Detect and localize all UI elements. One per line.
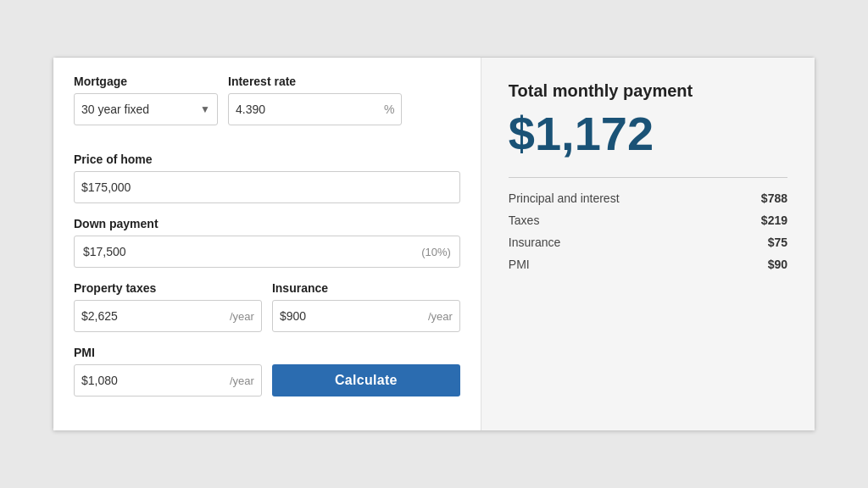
- breakdown-value: $75: [768, 236, 787, 249]
- breakdown-row: PMI$90: [509, 258, 787, 271]
- mortgage-select[interactable]: 30 year fixed 15 year fixed 5/1 ARM: [81, 103, 197, 116]
- down-field-group: Down payment (10%): [74, 217, 460, 268]
- price-label: Price of home: [74, 152, 460, 166]
- down-input[interactable]: [83, 245, 421, 258]
- breakdown-row: Principal and interest$788: [509, 191, 787, 205]
- total-amount: $1,172: [509, 108, 787, 160]
- breakdown-name: Principal and interest: [509, 191, 620, 205]
- taxes-suffix: /year: [230, 310, 254, 323]
- breakdown-value: $90: [768, 258, 787, 271]
- interest-suffix: %: [384, 103, 394, 116]
- total-label: Total monthly payment: [509, 81, 787, 101]
- property-label: Property taxes: [74, 281, 262, 295]
- pmi-input-wrapper: /year: [74, 364, 262, 396]
- breakdown-row: Taxes$219: [509, 214, 787, 227]
- insurance-input-wrapper: /year: [272, 300, 460, 332]
- mortgage-field-group: Mortgage 30 year fixed 15 year fixed 5/1…: [74, 75, 218, 125]
- breakdown-value: $788: [761, 191, 787, 205]
- mortgage-interest-row: Mortgage 30 year fixed 15 year fixed 5/1…: [74, 75, 460, 139]
- calculator-container: Mortgage 30 year fixed 15 year fixed 5/1…: [53, 57, 815, 431]
- breakdown-row: Insurance$75: [509, 236, 787, 249]
- interest-input[interactable]: [236, 103, 384, 116]
- pmi-field-group: PMI /year Calculate: [74, 346, 460, 396]
- insurance-field-group: Insurance /year: [272, 281, 460, 332]
- price-input[interactable]: [81, 180, 453, 194]
- taxes-input[interactable]: [81, 309, 230, 323]
- breakdown-name: Taxes: [509, 214, 540, 227]
- pmi-input[interactable]: [81, 374, 230, 387]
- pmi-calculate-row: /year Calculate: [74, 364, 460, 396]
- pmi-suffix: /year: [230, 374, 254, 387]
- taxes-insurance-row: Property taxes /year Insurance /year: [74, 281, 460, 346]
- mortgage-label: Mortgage: [74, 75, 218, 88]
- taxes-field-group: Property taxes /year: [74, 281, 262, 332]
- insurance-input[interactable]: [280, 309, 428, 323]
- breakdown-name: PMI: [509, 258, 530, 271]
- interest-label: Interest rate: [228, 75, 402, 88]
- interest-field-group: Interest rate %: [228, 75, 402, 125]
- taxes-input-wrapper: /year: [74, 300, 262, 332]
- pmi-input-group: /year: [74, 364, 262, 396]
- down-suffix: (10%): [421, 246, 451, 258]
- breakdown-name: Insurance: [509, 236, 560, 249]
- mortgage-select-wrapper[interactable]: 30 year fixed 15 year fixed 5/1 ARM ▼: [74, 93, 218, 125]
- down-input-wrapper: (10%): [74, 236, 460, 268]
- breakdown-value: $219: [761, 214, 787, 227]
- down-label: Down payment: [74, 217, 460, 230]
- right-panel: Total monthly payment $1,172 Principal a…: [481, 58, 815, 430]
- insurance-suffix: /year: [428, 310, 453, 323]
- price-input-wrapper: [74, 171, 460, 203]
- price-field-group: Price of home: [74, 152, 460, 203]
- calculate-button[interactable]: Calculate: [272, 364, 460, 396]
- divider: [509, 177, 787, 178]
- left-panel: Mortgage 30 year fixed 15 year fixed 5/1…: [53, 58, 481, 430]
- breakdown-list: Principal and interest$788Taxes$219Insur…: [509, 191, 787, 271]
- chevron-down-icon: ▼: [200, 103, 210, 115]
- pmi-label: PMI: [74, 346, 460, 359]
- insurance-label: Insurance: [272, 281, 460, 295]
- interest-input-wrapper: %: [228, 93, 402, 125]
